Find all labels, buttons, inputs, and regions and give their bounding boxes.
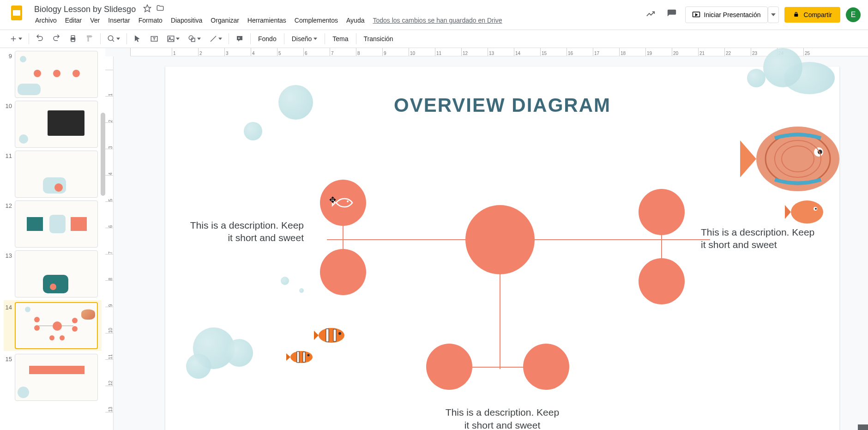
logo-area: Biology Lesson by Slidesgo Archivo Edita…	[7, 4, 506, 26]
diagram-node[interactable]	[320, 180, 366, 226]
menu-bar: Archivo Editar Ver Insertar Formato Diap…	[31, 15, 506, 26]
menu-editar[interactable]: Editar	[61, 15, 86, 26]
bubble-decoration[interactable]	[747, 69, 766, 87]
ruler-vertical: 12345678910111213	[105, 56, 114, 430]
bubble-decoration[interactable]	[225, 339, 253, 367]
bubble-decoration[interactable]	[763, 48, 802, 87]
shape-tool[interactable]	[184, 32, 205, 46]
slide-thumbnail-14[interactable]	[15, 302, 98, 349]
separator	[127, 33, 127, 44]
slide-thumbnail-12[interactable]	[15, 200, 98, 248]
present-dropdown[interactable]	[768, 6, 779, 23]
redo-button[interactable]	[48, 32, 64, 46]
zoom-button[interactable]	[103, 32, 124, 46]
slide-thumbnail-11[interactable]	[15, 151, 98, 198]
menu-archivo[interactable]: Archivo	[31, 15, 60, 26]
svg-marker-29	[313, 38, 317, 40]
save-status[interactable]: Todos los cambios se han guardado en Dri…	[369, 15, 506, 26]
new-slide-button[interactable]	[6, 32, 26, 46]
separator	[100, 33, 101, 44]
present-label: Iniciar Presentación	[704, 11, 761, 18]
select-tool[interactable]	[130, 32, 145, 46]
layout-button[interactable]: Diseño	[287, 32, 322, 45]
comments-icon[interactable]	[664, 6, 680, 24]
description-left[interactable]: This is a description. Keep it short and…	[188, 219, 304, 244]
share-button[interactable]: Compartir	[784, 7, 840, 23]
description-bottom[interactable]: This is a description. Keep it short and…	[445, 406, 560, 430]
slide-canvas[interactable]: OVERVIEW DIAGRAM ✥ This is a description…	[165, 67, 839, 430]
thumbnails-panel[interactable]: 9 10 11 12	[0, 48, 105, 430]
svg-line-14	[112, 40, 114, 42]
document-title[interactable]: Biology Lesson by Slidesgo	[31, 4, 139, 15]
thumb-number: 11	[4, 151, 12, 159]
theme-button[interactable]: Tema	[328, 32, 353, 45]
svg-point-47	[307, 354, 310, 357]
menu-ver[interactable]: Ver	[86, 15, 103, 26]
svg-marker-5	[771, 13, 776, 16]
menu-organizar[interactable]: Organizar	[207, 15, 242, 26]
share-label: Compartir	[804, 11, 832, 18]
toolbar: Fondo Diseño Tema Transición	[0, 30, 868, 48]
comment-tool[interactable]	[232, 32, 247, 46]
bubble-decoration[interactable]	[281, 277, 289, 285]
thumb-row: 15	[4, 354, 102, 401]
undo-button[interactable]	[32, 32, 48, 46]
bubble-decoration[interactable]	[278, 85, 313, 120]
move-cursor-icon: ✥	[329, 195, 336, 205]
slide-thumbnail-15[interactable]	[15, 354, 98, 401]
image-tool[interactable]	[163, 32, 183, 46]
svg-point-39	[815, 208, 817, 210]
thumb-row: 10	[4, 101, 102, 148]
menu-herramientas[interactable]: Herramientas	[244, 15, 290, 26]
svg-marker-21	[176, 38, 180, 40]
menu-formato[interactable]: Formato	[135, 15, 166, 26]
slide-thumbnail-13[interactable]	[15, 250, 98, 297]
title-row: Biology Lesson by Slidesgo	[31, 4, 506, 15]
diagram-node[interactable]	[320, 249, 366, 295]
slide-thumbnail-10[interactable]	[15, 101, 98, 148]
thumb-number: 13	[4, 250, 12, 259]
bottom-tab[interactable]	[858, 424, 868, 430]
clownfish-image[interactable]	[285, 348, 315, 366]
fish-image-small[interactable]	[784, 196, 830, 228]
menu-ayuda[interactable]: Ayuda	[343, 15, 368, 26]
background-button[interactable]: Fondo	[253, 32, 281, 45]
svg-marker-15	[116, 38, 120, 40]
thumb-number: 9	[4, 51, 12, 60]
slides-logo-icon[interactable]	[7, 4, 26, 22]
svg-point-43	[338, 332, 341, 335]
separator	[250, 33, 251, 44]
diagram-node[interactable]	[639, 189, 685, 235]
clownfish-image[interactable]	[313, 325, 348, 346]
slide-title[interactable]: OVERVIEW DIAGRAM	[394, 94, 611, 116]
fish-image-large[interactable]	[738, 113, 853, 205]
transition-button[interactable]: Transición	[359, 32, 398, 45]
star-icon[interactable]	[143, 4, 151, 14]
svg-point-37	[791, 200, 823, 224]
activity-icon[interactable]	[643, 6, 658, 24]
menu-insertar[interactable]: Insertar	[104, 15, 133, 26]
textbox-tool[interactable]	[146, 32, 162, 46]
connector-line[interactable]	[500, 272, 500, 369]
diagram-node[interactable]	[426, 344, 472, 390]
print-button[interactable]	[65, 32, 81, 46]
slide-thumbnail-9[interactable]	[15, 51, 98, 98]
paint-format-button[interactable]	[82, 32, 97, 46]
thumb-number: 15	[4, 354, 12, 363]
description-right[interactable]: This is a description. Keep it short and…	[701, 226, 816, 251]
diagram-node[interactable]	[639, 258, 685, 304]
bubble-decoration[interactable]	[299, 288, 304, 293]
thumb-row: 9	[4, 51, 102, 98]
move-folder-icon[interactable]	[156, 4, 164, 14]
present-button[interactable]: Iniciar Presentación	[685, 6, 768, 23]
menu-complementos[interactable]: Complementos	[291, 15, 342, 26]
bubble-decoration[interactable]	[186, 354, 211, 379]
scrollbar-thumb[interactable]	[101, 113, 105, 196]
separator	[29, 33, 29, 44]
bubble-decoration[interactable]	[244, 122, 262, 140]
user-avatar[interactable]: E	[846, 7, 861, 22]
menu-diapositiva[interactable]: Diapositiva	[167, 15, 206, 26]
line-tool[interactable]	[205, 32, 226, 46]
diagram-node[interactable]	[523, 344, 569, 390]
diagram-node-center[interactable]	[465, 205, 535, 274]
